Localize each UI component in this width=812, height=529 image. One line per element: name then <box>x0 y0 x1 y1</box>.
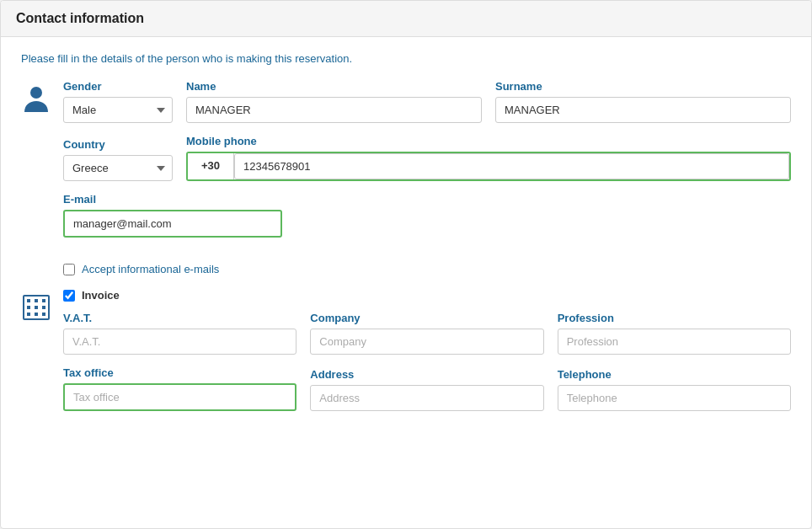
accept-emails-row: Accept informational e-mails <box>63 263 791 275</box>
gender-field: Gender Male Female <box>63 80 173 123</box>
company-field: Company <box>310 312 543 355</box>
company-label: Company <box>310 312 543 324</box>
address-label: Address <box>310 368 543 381</box>
surname-field: Surname <box>495 80 791 123</box>
mobile-prefix: +30 <box>188 153 234 179</box>
invoice-fields: Invoice V.A.T. Company Profession <box>63 289 791 423</box>
vat-label: V.A.T. <box>63 312 296 324</box>
country-label: Country <box>63 138 173 151</box>
contact-information-card: Contact information Please fill in the d… <box>0 0 812 529</box>
gender-label: Gender <box>63 80 173 93</box>
svg-rect-8 <box>27 313 30 316</box>
svg-rect-10 <box>42 313 45 316</box>
info-text: Please fill in the details of the person… <box>21 52 791 65</box>
gender-select[interactable]: Male Female <box>63 97 173 123</box>
personal-info-section: Gender Male Female Name Surname <box>21 80 791 249</box>
profession-field: Profession <box>558 312 791 355</box>
email-label: E-mail <box>63 193 282 206</box>
mobile-phone-label: Mobile phone <box>186 135 791 147</box>
surname-label: Surname <box>495 80 791 93</box>
profession-input[interactable] <box>558 329 791 355</box>
svg-rect-4 <box>42 299 45 302</box>
surname-input[interactable] <box>495 97 791 123</box>
mobile-wrapper: +30 <box>186 152 791 181</box>
vat-field: V.A.T. <box>63 312 296 355</box>
name-label: Name <box>186 80 482 93</box>
card-body: Please fill in the details of the person… <box>1 37 811 457</box>
accept-emails-label[interactable]: Accept informational e-mails <box>82 263 219 275</box>
tax-office-label: Tax office <box>63 366 296 379</box>
tax-office-field: Tax office <box>63 366 296 411</box>
company-input[interactable] <box>310 329 543 355</box>
vat-input[interactable] <box>63 329 296 355</box>
svg-rect-5 <box>27 306 30 309</box>
country-select[interactable]: Greece Other <box>63 155 173 181</box>
accept-emails-checkbox[interactable] <box>63 264 75 275</box>
svg-rect-6 <box>35 306 38 309</box>
svg-rect-3 <box>35 299 38 302</box>
invoice-section: Invoice V.A.T. Company Profession <box>21 289 791 423</box>
card-header: Contact information <box>1 1 811 37</box>
svg-rect-2 <box>27 299 30 302</box>
mobile-phone-field: Mobile phone +30 <box>186 135 791 181</box>
person-icon <box>21 83 51 114</box>
country-field: Country Greece Other <box>63 138 173 181</box>
address-input[interactable] <box>310 385 543 411</box>
row-email: E-mail <box>63 193 791 238</box>
row-gender-name-surname: Gender Male Female Name Surname <box>63 80 791 123</box>
telephone-label: Telephone <box>558 368 791 381</box>
row-country-mobile: Country Greece Other Mobile phone +30 <box>63 135 791 181</box>
mobile-number-input[interactable] <box>234 153 789 179</box>
svg-rect-9 <box>35 313 38 316</box>
building-icon <box>21 292 51 323</box>
row-vat-company-profession: V.A.T. Company Profession <box>63 312 791 355</box>
row-taxoffice-address-telephone: Tax office Address Telephone <box>63 366 791 411</box>
address-field: Address <box>310 368 543 411</box>
name-field: Name <box>186 80 482 123</box>
invoice-checkbox-row: Invoice <box>63 289 791 302</box>
telephone-input[interactable] <box>558 385 791 411</box>
profession-label: Profession <box>558 312 791 324</box>
personal-fields: Gender Male Female Name Surname <box>63 80 791 249</box>
svg-point-0 <box>30 87 42 99</box>
invoice-checkbox[interactable] <box>63 290 75 302</box>
svg-rect-7 <box>42 306 45 309</box>
telephone-field: Telephone <box>558 368 791 411</box>
tax-office-input[interactable] <box>63 383 296 411</box>
invoice-label[interactable]: Invoice <box>82 289 120 302</box>
card-title: Contact information <box>16 11 796 26</box>
email-field: E-mail <box>63 193 282 238</box>
name-input[interactable] <box>186 97 482 123</box>
email-input[interactable] <box>63 210 282 238</box>
